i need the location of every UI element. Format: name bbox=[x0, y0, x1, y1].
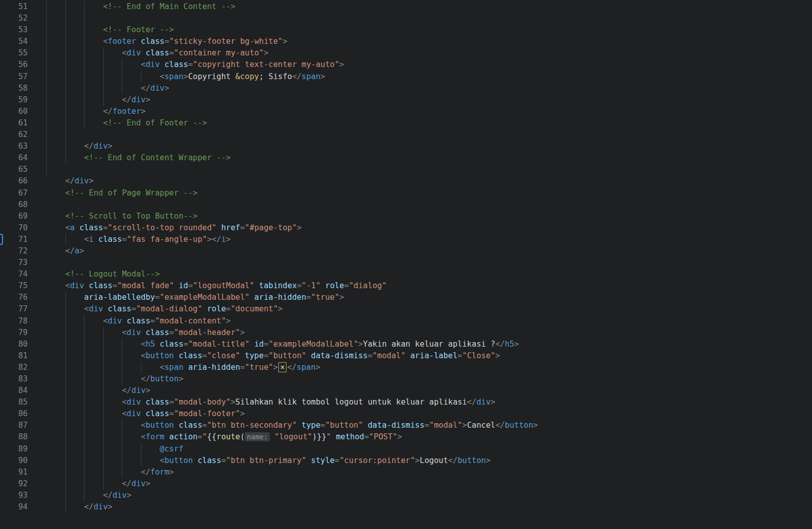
text-token bbox=[202, 304, 207, 313]
code-line[interactable]: 83 </button> bbox=[0, 373, 812, 385]
code-line[interactable]: 52 bbox=[0, 13, 812, 24]
code-line[interactable]: 78 <div class="modal-content"> bbox=[0, 315, 812, 327]
string-token: "logout" bbox=[274, 432, 312, 441]
code-line[interactable]: 66 </div> bbox=[0, 175, 812, 187]
source-text: <!-- End of Main Content --> bbox=[46, 2, 236, 11]
punctuation-token: > bbox=[491, 398, 495, 407]
code-line[interactable]: 63 </div> bbox=[0, 141, 812, 152]
code-content bbox=[28, 199, 812, 211]
code-line[interactable]: 71 <i class="fas fa-angle-up"></i> bbox=[0, 234, 812, 245]
line-number: 81 bbox=[0, 350, 28, 362]
punctuation-token: = bbox=[151, 316, 155, 325]
source-text: @csrf bbox=[46, 444, 183, 453]
code-line[interactable]: 58 </div> bbox=[0, 83, 812, 94]
code-line[interactable]: 91 </form> bbox=[0, 467, 812, 478]
line-number: 63 bbox=[0, 141, 28, 152]
source-text: </button> bbox=[46, 374, 183, 383]
code-line[interactable]: 67 <!-- End of Page Wrapper --> bbox=[0, 187, 812, 199]
code-line[interactable]: 72 </a> bbox=[0, 245, 812, 257]
code-line[interactable]: 74 <!-- Logout Modal--> bbox=[0, 269, 812, 280]
line-number: 70 bbox=[0, 222, 28, 234]
entity-token: &copy bbox=[236, 72, 259, 81]
source-text: </div> bbox=[46, 142, 112, 151]
line-number: 79 bbox=[0, 327, 28, 339]
code-content: <!-- Logout Modal--> bbox=[28, 269, 812, 280]
code-line[interactable]: 85 <div class="modal-body">Silahkan klik… bbox=[0, 396, 812, 408]
string-token: "cursor:pointer" bbox=[339, 456, 415, 465]
code-line[interactable]: 77 <div class="modal-dialog" role="docum… bbox=[0, 303, 812, 315]
tag-token: form bbox=[145, 432, 165, 441]
code-line[interactable]: 64 <!-- End of Content Wrapper --> bbox=[0, 152, 812, 164]
punctuation-token: < bbox=[65, 223, 70, 232]
code-line[interactable]: 84 </div> bbox=[0, 385, 812, 396]
code-line[interactable]: 61 <!-- End of Footer --> bbox=[0, 117, 812, 129]
punctuation-token: > bbox=[462, 421, 467, 430]
code-content: </div> bbox=[28, 94, 812, 106]
code-line[interactable]: 90 <button class="btn btn-primary" style… bbox=[0, 455, 812, 467]
source-text: </a> bbox=[46, 246, 84, 255]
text-token bbox=[183, 363, 188, 372]
code-line[interactable]: 82 <span aria-hidden="true">×</span> bbox=[0, 362, 812, 373]
code-content: </footer> bbox=[28, 106, 812, 117]
code-line[interactable]: 57 <span>Copyright &copy; Sisfo</span> bbox=[0, 71, 812, 83]
code-line[interactable]: 56 <div class="copyright text-center my-… bbox=[0, 59, 812, 71]
code-line[interactable]: 76 aria-labelledby="exampleModalLabel" a… bbox=[0, 292, 812, 303]
punctuation-token: > bbox=[278, 304, 282, 313]
string-token: "true" bbox=[245, 363, 273, 372]
punctuation-token: </ bbox=[103, 491, 113, 500]
code-editor[interactable]: 51 <!-- End of Main Content -->5253 <!--… bbox=[0, 0, 812, 529]
code-line[interactable]: 73 bbox=[0, 257, 812, 269]
code-line[interactable]: 55 <div class="container my-auto"> bbox=[0, 47, 812, 59]
string-token: "btn btn-secondary" bbox=[207, 421, 297, 430]
source-text: </div> bbox=[46, 502, 112, 511]
line-number: 74 bbox=[0, 269, 28, 280]
code-line[interactable]: 92 </div> bbox=[0, 478, 812, 490]
code-line[interactable]: 70 <a class="scroll-to-top rounded" href… bbox=[0, 222, 812, 234]
function-token: route bbox=[216, 432, 240, 441]
punctuation-token: = bbox=[321, 421, 325, 430]
code-line[interactable]: 94 </div> bbox=[0, 501, 812, 513]
code-line[interactable]: 86 <div class="modal-footer"> bbox=[0, 408, 812, 420]
code-line[interactable]: 79 <div class="modal-header"> bbox=[0, 327, 812, 339]
code-line[interactable]: 81 <button class="close" type="button" d… bbox=[0, 350, 812, 362]
code-line[interactable]: 93 </div> bbox=[0, 490, 812, 501]
code-line[interactable]: 62 bbox=[0, 129, 812, 141]
code-line[interactable]: 53 <!-- Footer --> bbox=[0, 24, 812, 36]
punctuation-token: > bbox=[226, 316, 231, 325]
code-content: <a class="scroll-to-top rounded" href="#… bbox=[28, 222, 812, 234]
string-token: "modal-footer" bbox=[174, 409, 240, 418]
source-text: </div> bbox=[46, 84, 169, 93]
code-line[interactable]: 51 <!-- End of Main Content --> bbox=[0, 1, 812, 13]
line-number: 62 bbox=[0, 129, 28, 141]
text-token bbox=[306, 456, 311, 465]
tag-token: span bbox=[302, 72, 321, 81]
code-line[interactable]: 68 bbox=[0, 199, 812, 211]
punctuation-token: > bbox=[179, 374, 183, 383]
line-number: 71 bbox=[0, 234, 28, 245]
code-line[interactable]: 54 <footer class="sticky-footer bg-white… bbox=[0, 36, 812, 47]
code-line[interactable]: 65 bbox=[0, 164, 812, 175]
code-line[interactable]: 88 <form action="{{route(name: "logout")… bbox=[0, 431, 812, 443]
attribute-token: href bbox=[221, 223, 240, 232]
punctuation-token: > bbox=[89, 176, 94, 185]
code-line[interactable]: 87 <button class="btn btn-secondary" typ… bbox=[0, 420, 812, 431]
code-line[interactable]: 60 </footer> bbox=[0, 106, 812, 117]
code-line[interactable]: 89 @csrf bbox=[0, 443, 812, 455]
code-line[interactable]: 69 <!-- Scroll to Top Button--> bbox=[0, 211, 812, 222]
punctuation-token: </ bbox=[84, 502, 94, 511]
text-token: ; Sisfo bbox=[259, 72, 292, 81]
punctuation-token: < bbox=[103, 316, 108, 325]
source-text: <!-- Footer --> bbox=[46, 25, 174, 34]
punctuation-token: = bbox=[122, 235, 126, 244]
text-token bbox=[240, 351, 245, 360]
attribute-token: aria-label bbox=[410, 351, 458, 360]
code-line[interactable]: 80 <h5 class="modal-title" id="exampleMo… bbox=[0, 339, 812, 350]
code-content: <div class="modal fade" id="logoutModal"… bbox=[28, 280, 812, 292]
string-token: "logoutModal" bbox=[193, 281, 254, 290]
text-token bbox=[103, 304, 108, 313]
punctuation-token: > bbox=[145, 386, 150, 395]
punctuation-token: = bbox=[335, 456, 339, 465]
line-number: 56 bbox=[0, 59, 28, 71]
code-line[interactable]: 75 <div class="modal fade" id="logoutMod… bbox=[0, 280, 812, 292]
code-line[interactable]: 59 </div> bbox=[0, 94, 812, 106]
